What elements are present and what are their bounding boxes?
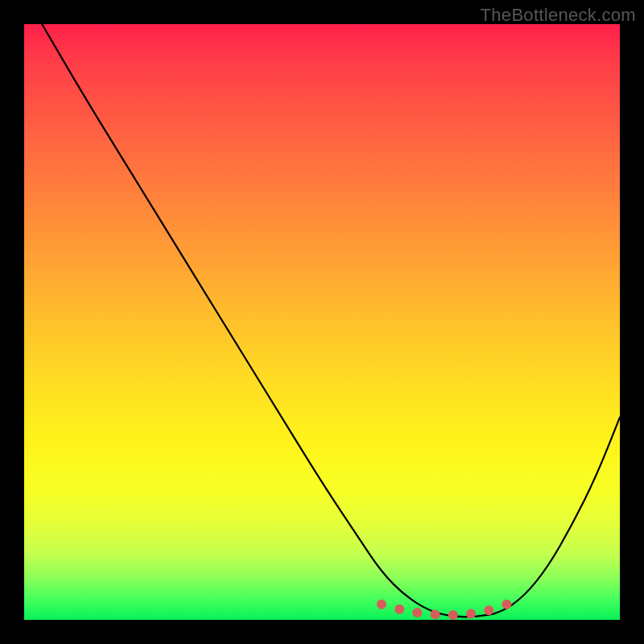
watermark-text: TheBottleneck.com: [481, 5, 636, 26]
chart-container: TheBottleneck.com: [0, 0, 644, 644]
plot-area: [24, 24, 620, 620]
background-gradient: [24, 24, 620, 620]
